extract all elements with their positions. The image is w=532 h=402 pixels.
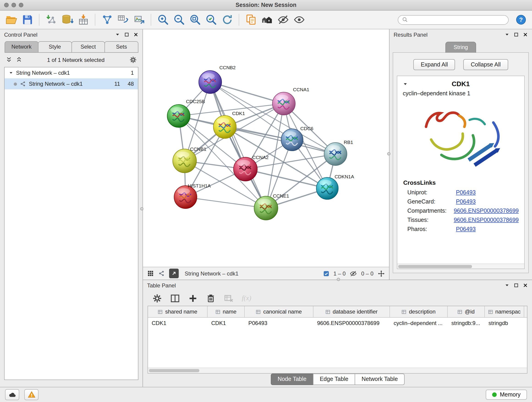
show-columns-button[interactable] — [169, 292, 181, 304]
splitter-handle[interactable] — [387, 152, 390, 155]
splitter-handle[interactable] — [140, 207, 143, 211]
collapse-all-button[interactable]: Collapse All — [463, 59, 508, 70]
tab-edge-table[interactable]: Edge Table — [313, 374, 355, 385]
node-CCNA1[interactable]: CCNA1 — [272, 87, 309, 115]
table-settings-button[interactable] — [151, 292, 163, 304]
export-image-button[interactable] — [132, 12, 147, 27]
refresh-view-button[interactable] — [220, 12, 234, 27]
panel-float-button[interactable] — [514, 283, 519, 288]
panel-close-button[interactable] — [523, 32, 528, 37]
save-session-button[interactable] — [20, 12, 35, 27]
column-header-shared-name[interactable]: shared name — [148, 306, 208, 317]
panel-menu-button[interactable] — [505, 283, 510, 288]
tab-network-table[interactable]: Network Table — [355, 374, 405, 385]
export-view-button[interactable] — [169, 269, 179, 278]
table-row[interactable]: CDK1CDK1P064939606.ENSP00000378699cyclin… — [148, 318, 527, 328]
new-network-from-table-button[interactable] — [115, 12, 131, 27]
network-graph[interactable]: CCNB2CCNA1CDC25BCDK1CDC6RB1CCNB1CCNA2CDK… — [143, 29, 389, 267]
column-header-namespac[interactable]: namespac — [485, 306, 524, 317]
node-HIST1H1A[interactable]: HIST1H1A — [174, 183, 211, 209]
minimize-window-button[interactable] — [12, 3, 16, 7]
zoom-in-button[interactable] — [155, 12, 171, 27]
panel-float-button[interactable] — [514, 32, 519, 37]
crosslink-value-link[interactable]: 9606.ENSP00000378699 — [454, 217, 519, 223]
column-header-database-identifier[interactable]: database identifier — [313, 306, 390, 317]
node-CDC25B[interactable]: CDC25B — [167, 99, 205, 128]
crosslink-row: Tissues:9606.ENSP00000378699 — [397, 216, 524, 225]
network-canvas[interactable]: CCNB2CCNA1CDC25BCDK1CDC6RB1CCNB1CCNA2CDK… — [143, 29, 389, 267]
panel-close-button[interactable] — [133, 32, 138, 37]
scrollbar-thumb[interactable] — [398, 265, 472, 268]
import-network-from-database-button[interactable] — [60, 12, 75, 27]
tab-style[interactable]: Style — [38, 41, 72, 53]
disclosure-triangle-icon[interactable] — [9, 70, 13, 75]
column-header-description[interactable]: description — [390, 306, 448, 317]
panel-float-button[interactable] — [124, 32, 129, 37]
import-network-from-file-button[interactable] — [44, 12, 59, 27]
memory-status-dot — [492, 392, 497, 397]
panel-menu-button[interactable] — [115, 32, 120, 37]
panel-close-button[interactable] — [523, 283, 528, 288]
float-icon — [514, 283, 519, 288]
hide-graphics-button[interactable] — [275, 12, 291, 27]
warning-icon — [27, 390, 36, 399]
birds-eye-view-button[interactable] — [147, 270, 154, 277]
crosslink-value-link[interactable]: P06493 — [456, 198, 476, 205]
zoom-window-button[interactable] — [19, 3, 23, 7]
tab-sets[interactable]: Sets — [105, 41, 139, 53]
data-warehouse-button[interactable] — [259, 12, 274, 27]
node-RB1[interactable]: RB1 — [324, 140, 353, 166]
tab-select[interactable]: Select — [71, 41, 105, 53]
expand-all-networks-button[interactable] — [16, 56, 22, 63]
crosslink-value-link[interactable]: P06493 — [456, 226, 476, 232]
copy-document-button[interactable] — [243, 12, 259, 27]
tab-string[interactable]: String — [445, 42, 476, 53]
warnings-button[interactable] — [24, 389, 38, 400]
tab-node-table[interactable]: Node Table — [271, 374, 313, 385]
search-input[interactable] — [411, 17, 505, 22]
selected-items-checkbox[interactable] — [323, 270, 329, 277]
cloud-status-button[interactable] — [5, 389, 19, 400]
trash-icon — [206, 293, 216, 303]
edge-HIST1H1A-CCNE1[interactable] — [186, 197, 266, 208]
zoom-out-button[interactable] — [171, 12, 186, 27]
node-CCNB2[interactable]: CCNB2 — [199, 65, 236, 94]
add-column-button[interactable] — [187, 292, 199, 304]
network-options-button[interactable] — [129, 56, 137, 64]
delete-column-button[interactable] — [205, 292, 217, 304]
node-CDK1[interactable]: CDK1 — [213, 111, 245, 138]
zoom-selected-button[interactable] — [203, 12, 219, 27]
memory-button[interactable]: Memory — [486, 390, 527, 400]
crosslink-value-link[interactable]: P06493 — [456, 189, 476, 196]
new-network-button[interactable] — [99, 12, 114, 27]
node-CCNE1[interactable]: CCNE1 — [254, 193, 289, 220]
node-CCNA2[interactable]: CCNA2 — [234, 155, 268, 181]
crosslink-value-link[interactable]: 9606.ENSP00000378699 — [454, 208, 519, 214]
scrollbar-thumb[interactable] — [149, 369, 199, 372]
expand-all-button[interactable]: Expand All — [413, 59, 455, 70]
network-collection-row[interactable]: String Network – cdk1 1 — [5, 67, 138, 78]
search-box[interactable] — [398, 15, 509, 25]
column-header-name[interactable]: name — [208, 306, 245, 317]
gene-disclosure-triangle[interactable] — [403, 81, 408, 86]
help-button[interactable]: ? — [513, 12, 528, 27]
tab-network[interactable]: Network — [5, 41, 38, 53]
show-graphics-button[interactable] — [291, 12, 307, 27]
close-window-button[interactable] — [4, 3, 9, 7]
splitter-handle[interactable] — [337, 278, 340, 281]
results-hscrollbar[interactable] — [397, 264, 524, 269]
table-hscrollbar[interactable] — [148, 368, 527, 373]
network-share-button[interactable] — [158, 270, 165, 277]
close-icon — [523, 32, 528, 37]
import-table-from-file-button[interactable] — [76, 12, 91, 27]
collapse-all-networks-button[interactable] — [6, 56, 12, 63]
open-session-button[interactable] — [4, 12, 19, 27]
pan-mode-button[interactable] — [378, 270, 385, 277]
zoom-fit-button[interactable] — [187, 12, 203, 27]
crosslink-row: Pharos:P06493 — [397, 225, 524, 234]
edge-CCNB2-CCNE1[interactable] — [210, 82, 266, 208]
panel-menu-button[interactable] — [505, 32, 510, 37]
network-row[interactable]: String Network – cdk1 11 48 — [5, 78, 138, 89]
column-header-canonical-name[interactable]: canonical name — [245, 306, 313, 317]
column-header-@id[interactable]: @id — [448, 306, 485, 317]
